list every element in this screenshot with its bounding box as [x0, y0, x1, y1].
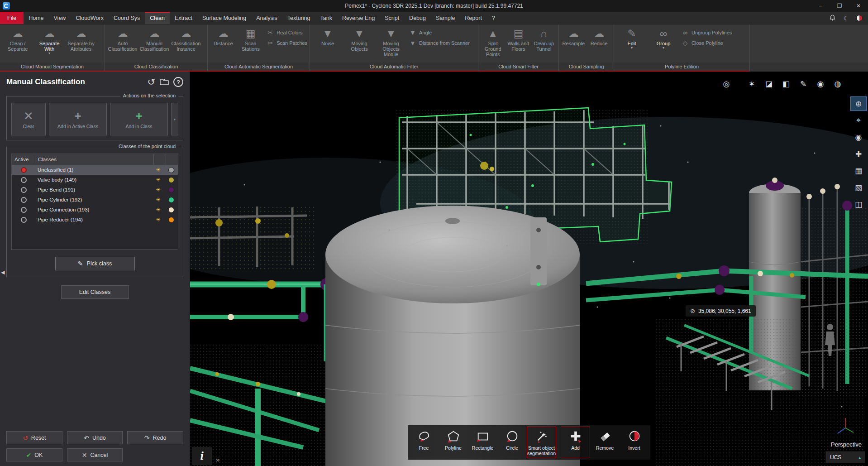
class-row-unclassified-1[interactable]: Unclassified (1)☀ [12, 165, 178, 175]
pen-icon[interactable]: ✎ [796, 77, 810, 91]
menu-tab-script[interactable]: Script [380, 12, 404, 24]
ribbon-button-separate-by-attributes[interactable]: ☁Separate by Attributes [66, 26, 96, 52]
menu-tab-report[interactable]: Report [460, 12, 487, 24]
layers-icon[interactable]: ▧ [851, 181, 866, 194]
circle-selection-button[interactable]: Circle [498, 427, 526, 458]
free-selection-button[interactable]: Free [410, 427, 438, 458]
ribbon-button-walls-and-floors[interactable]: ▤Walls and Floors [506, 26, 530, 52]
point-cloud-scene[interactable] [190, 72, 868, 466]
history-icon[interactable]: ↺ [147, 77, 155, 87]
menu-tab-clean[interactable]: Clean [145, 12, 170, 24]
menu-tab-texturing[interactable]: Texturing [282, 12, 315, 24]
class-color-swatch[interactable] [168, 197, 174, 203]
add-selection-button[interactable]: Add [561, 427, 590, 458]
brightness-icon[interactable]: ☀ [152, 177, 164, 183]
ucs-button[interactable]: UCS ▴ [825, 451, 865, 463]
polyline-selection-button[interactable]: Polyline [439, 427, 467, 458]
class-color-swatch[interactable] [168, 187, 174, 193]
visibility-icon[interactable]: ◉ [814, 77, 827, 91]
class-color-swatch[interactable] [168, 177, 174, 183]
section-icon[interactable]: ◫ [851, 197, 866, 211]
undo-button[interactable]: ↶ Undo [67, 431, 123, 444]
notifications-icon[interactable] [828, 14, 836, 22]
menu-tab-help[interactable]: ? [487, 12, 500, 24]
info-button[interactable]: i [192, 447, 212, 465]
panel-collapse-arrow[interactable]: ◀ [1, 269, 5, 275]
brightness-icon[interactable]: ☀ [152, 167, 164, 173]
ribbon-button-split-ground-points[interactable]: ▲Split Ground Points [481, 26, 505, 57]
help-icon[interactable]: ? [173, 77, 183, 87]
close-button[interactable]: ✕ [849, 0, 868, 12]
ribbon-button-edit[interactable]: ✎Edit▾ [616, 26, 647, 50]
center-target-icon[interactable]: ◎ [720, 77, 733, 91]
ribbon-button-manual-classification[interactable]: ☁Manual Classification [139, 26, 170, 52]
ribbon-button-moving-objects[interactable]: ▼Moving Objects [344, 26, 375, 52]
invert-selection-button[interactable]: Invert [620, 427, 649, 458]
rotate-around-target-icon[interactable]: ⌖ [851, 114, 866, 127]
pick-class-button[interactable]: ✎ Pick class [55, 257, 135, 270]
menu-tab-surface-modeling[interactable]: Surface Modeling [197, 12, 251, 24]
maximize-button[interactable]: ❐ [830, 0, 849, 12]
class-row-pipe-cylinder-192[interactable]: Pipe Cylinder (192)☀ [12, 195, 178, 205]
ribbon-button-noise[interactable]: ▼Noise [312, 26, 343, 46]
brightness-icon[interactable]: ☀ [152, 216, 164, 223]
menu-tab-home[interactable]: Home [24, 12, 48, 24]
class-row-pipe-reducer-194[interactable]: Pipe Reducer (194)☀ [12, 215, 178, 225]
rectangle-selection-button[interactable]: Rectangle [468, 427, 497, 458]
ribbon-button-resample[interactable]: ☁Resample [561, 26, 586, 46]
menu-tab-file[interactable]: File [0, 12, 24, 24]
menu-tab-cloudworx[interactable]: CloudWorx [71, 12, 109, 24]
brush-icon[interactable]: ◧ [779, 77, 793, 91]
menu-tab-sample[interactable]: Sample [431, 12, 460, 24]
brightness-icon[interactable]: ☀ [152, 187, 164, 193]
class-color-swatch[interactable] [168, 217, 174, 223]
pan-icon[interactable]: ✚ [851, 147, 866, 161]
smart-object-segmentation-button[interactable]: Smart object segmentation [527, 427, 556, 458]
class-active-radio[interactable] [21, 177, 27, 183]
remove-selection-button[interactable]: Remove [591, 427, 619, 458]
add-in-active-class-button[interactable]: + Add in Active Class [49, 103, 107, 135]
add-in-class-dropdown[interactable]: ▾ [171, 103, 178, 135]
expand-more-icon[interactable]: » [216, 456, 219, 465]
ribbon-button-moving-objects-mobile[interactable]: ▼Moving Objects Mobile [376, 26, 406, 57]
menu-tab-extract[interactable]: Extract [170, 12, 197, 24]
clear-button[interactable]: ✕ Clear [11, 103, 46, 135]
color-theme-icon[interactable] [856, 15, 863, 21]
theme-moon-icon[interactable]: ☾ [842, 14, 850, 22]
eraser-icon[interactable]: ◪ [762, 77, 776, 91]
ribbon-button-scan-stations[interactable]: ▦Scan Stations [238, 26, 264, 52]
first-person-icon[interactable]: ◉ [851, 130, 866, 144]
class-active-radio[interactable] [21, 217, 27, 223]
redo-button[interactable]: ↷ Redo [127, 431, 183, 444]
ok-button[interactable]: ✔ OK [6, 448, 62, 461]
ribbon-button-clean-up-tunnel[interactable]: ∩Clean-up Tunnel [532, 26, 556, 52]
brightness-icon[interactable]: ☀ [152, 207, 164, 213]
menu-tab-coord-sys[interactable]: Coord Sys [109, 12, 145, 24]
reset-button[interactable]: ↺ Reset [6, 431, 62, 444]
class-active-radio[interactable] [21, 207, 27, 213]
orbit-icon[interactable]: ⊕ [851, 97, 866, 110]
brightness-icon[interactable]: ☀ [152, 197, 164, 203]
class-row-valve-body-149[interactable]: Valve body (149)☀ [12, 175, 178, 185]
menu-tab-view[interactable]: View [49, 12, 71, 24]
menu-tab-analysis[interactable]: Analysis [251, 12, 282, 24]
smart-segmentation-icon[interactable]: ✶ [745, 77, 758, 91]
ribbon-button-auto-classification[interactable]: ☁Auto Classification [107, 26, 138, 52]
menu-tab-debug[interactable]: Debug [404, 12, 431, 24]
menu-tab-reverse-eng[interactable]: Reverse Eng [337, 12, 380, 24]
class-active-radio[interactable] [21, 197, 27, 203]
minimize-button[interactable]: – [811, 0, 830, 12]
class-active-radio[interactable] [21, 167, 27, 173]
ribbon-button-scan-patches[interactable]: ✂Scan Patches [267, 39, 307, 47]
view-cube-icon[interactable]: ▦ [851, 164, 866, 178]
add-in-class-button[interactable]: + Add in Class [110, 103, 168, 135]
class-row-pipe-connection-193[interactable]: Pipe Connection (193)☀ [12, 205, 178, 215]
projection-label[interactable]: Perspective [831, 441, 862, 448]
ribbon-button-real-colors[interactable]: ✂Real Colors [267, 29, 307, 36]
cancel-button[interactable]: ✕ Cancel [67, 448, 123, 461]
menu-tab-tank[interactable]: Tank [315, 12, 337, 24]
edit-classes-button[interactable]: Edit Classes [61, 285, 129, 299]
ribbon-button-distance[interactable]: ☁Distance [210, 26, 237, 46]
open-icon[interactable] [160, 78, 169, 86]
ribbon-button-reduce[interactable]: ☁Reduce [587, 26, 612, 46]
